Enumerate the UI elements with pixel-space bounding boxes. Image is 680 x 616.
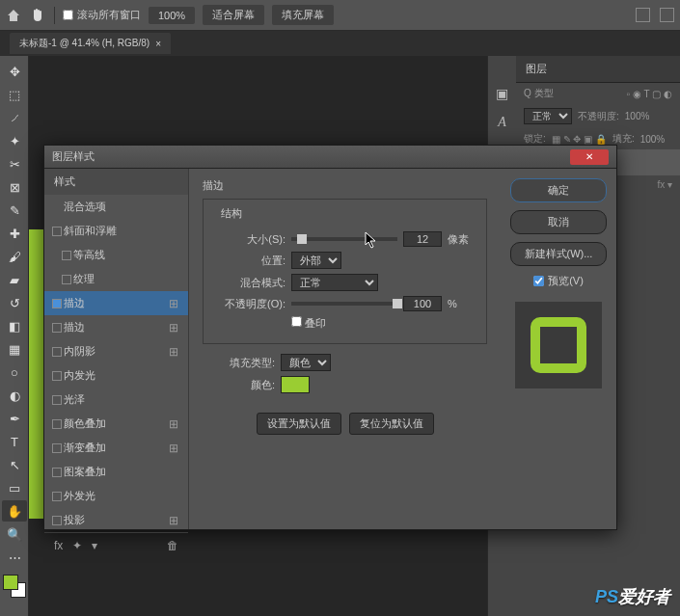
foreground-color[interactable]: [3, 575, 18, 590]
make-default-button[interactable]: 设置为默认值: [257, 413, 341, 435]
fill-value[interactable]: 100%: [640, 134, 666, 145]
style-item-描边[interactable]: 描边⊞: [44, 315, 188, 339]
zoom-tool[interactable]: 🔍: [2, 523, 27, 545]
style-item-图案叠加[interactable]: 图案叠加: [44, 460, 188, 484]
fill-type-select[interactable]: 颜色: [281, 354, 331, 371]
style-item-描边[interactable]: 描边⊞: [44, 291, 188, 315]
opacity-value[interactable]: 100%: [625, 111, 650, 121]
dialog-titlebar[interactable]: 图层样式 ✕: [44, 146, 616, 169]
frame-tool[interactable]: ⊠: [2, 176, 27, 198]
down-icon[interactable]: ▾: [92, 539, 97, 552]
style-checkbox[interactable]: [52, 395, 62, 405]
blending-options-item[interactable]: 混合选项: [44, 195, 188, 219]
tab-title: 未标题-1 @ 41.4% (H, RGB/8): [19, 37, 150, 50]
blend-mode-select[interactable]: 正常: [524, 108, 572, 124]
home-icon[interactable]: [6, 8, 21, 23]
add-icon[interactable]: ✦: [72, 539, 82, 552]
style-checkbox[interactable]: [52, 371, 62, 381]
trash-icon[interactable]: 🗑: [167, 539, 178, 552]
style-checkbox[interactable]: [52, 468, 62, 477]
color-swatch[interactable]: [281, 376, 310, 393]
hand-tool[interactable]: ✋: [2, 500, 27, 522]
heal-tool[interactable]: ✚: [2, 223, 27, 244]
style-checkbox[interactable]: [52, 492, 62, 501]
plus-icon[interactable]: ⊞: [169, 321, 178, 335]
stamp-tool[interactable]: ▰: [2, 269, 27, 290]
crop-tool[interactable]: ✂: [2, 153, 27, 174]
reset-default-button[interactable]: 复位为默认值: [349, 413, 434, 435]
document-tab[interactable]: 未标题-1 @ 41.4% (H, RGB/8) ×: [10, 33, 171, 54]
overprint-checkbox[interactable]: 叠印: [291, 316, 326, 331]
edit-toolbar[interactable]: ⋯: [2, 547, 27, 568]
filter-icons[interactable]: ▫ ◉ T ▢ ◐: [627, 89, 672, 99]
styles-header: 样式: [44, 169, 188, 195]
style-item-投影[interactable]: 投影⊞: [44, 508, 188, 532]
style-item-等高线[interactable]: 等高线: [44, 243, 188, 267]
style-checkbox[interactable]: [62, 251, 71, 260]
plus-icon[interactable]: ⊞: [169, 345, 178, 359]
close-button[interactable]: ✕: [570, 149, 609, 165]
eraser-tool[interactable]: ◧: [2, 315, 27, 336]
lock-icons[interactable]: ▦ ✎ ✥ ▣ 🔒: [552, 134, 607, 145]
path-tool[interactable]: ↖: [2, 454, 27, 475]
style-item-内发光[interactable]: 内发光: [44, 363, 188, 388]
brush-tool[interactable]: 🖌: [2, 246, 27, 267]
close-icon[interactable]: ×: [155, 39, 161, 49]
shape-tool[interactable]: ▭: [2, 477, 27, 498]
style-checkbox[interactable]: [52, 516, 62, 525]
ok-button[interactable]: 确定: [510, 178, 607, 202]
style-item-外发光[interactable]: 外发光: [44, 484, 188, 508]
watermark-text: 爱好者: [618, 587, 670, 606]
style-checkbox[interactable]: [52, 347, 62, 357]
opacity-slider[interactable]: [291, 302, 397, 306]
zoom-level[interactable]: 100%: [149, 7, 195, 24]
scroll-all-checkbox[interactable]: 滚动所有窗口: [63, 8, 141, 22]
lasso-tool[interactable]: ⟋: [2, 107, 27, 128]
blend-mode-select[interactable]: 正常: [291, 274, 378, 291]
size-label: 大小(S):: [213, 232, 286, 247]
history-icon[interactable]: ▣: [494, 85, 511, 102]
preview-checkbox[interactable]: 预览(V): [533, 274, 584, 288]
position-select[interactable]: 外部: [291, 252, 341, 269]
move-tool[interactable]: ✥: [2, 61, 27, 82]
style-checkbox[interactable]: [52, 299, 62, 308]
cancel-button[interactable]: 取消: [510, 210, 607, 234]
plus-icon[interactable]: ⊞: [169, 442, 178, 455]
style-item-内阴影[interactable]: 内阴影⊞: [44, 339, 188, 363]
eyedropper-tool[interactable]: ✎: [2, 200, 27, 221]
style-checkbox[interactable]: [52, 443, 62, 453]
gradient-tool[interactable]: ▦: [2, 338, 27, 360]
color-swatches[interactable]: [3, 575, 26, 598]
type-tool[interactable]: T: [2, 431, 27, 452]
marquee-tool[interactable]: ⬚: [2, 84, 27, 105]
frame-icon[interactable]: [660, 8, 674, 22]
layout-icon[interactable]: [636, 8, 650, 22]
kind-filter[interactable]: Q 类型: [524, 87, 554, 100]
style-checkbox[interactable]: [52, 419, 62, 429]
size-slider[interactable]: [291, 237, 397, 241]
blur-tool[interactable]: ○: [2, 362, 27, 383]
style-item-光泽[interactable]: 光泽: [44, 388, 188, 412]
pen-tool[interactable]: ✒: [2, 408, 27, 429]
plus-icon[interactable]: ⊞: [169, 297, 178, 310]
dodge-tool[interactable]: ◐: [2, 385, 27, 406]
style-item-渐变叠加[interactable]: 渐变叠加⊞: [44, 436, 188, 460]
style-checkbox[interactable]: [52, 323, 62, 333]
opacity-value[interactable]: 100: [403, 296, 442, 311]
fill-screen-button[interactable]: 填充屏幕: [272, 5, 334, 25]
new-style-button[interactable]: 新建样式(W)...: [510, 242, 607, 266]
layers-tab[interactable]: 图层: [516, 56, 680, 83]
style-item-纹理[interactable]: 纹理: [44, 267, 188, 291]
size-value[interactable]: 12: [403, 231, 442, 247]
style-checkbox[interactable]: [62, 275, 71, 284]
style-item-颜色叠加[interactable]: 颜色叠加⊞: [44, 412, 188, 436]
character-icon[interactable]: A: [494, 114, 511, 131]
plus-icon[interactable]: ⊞: [169, 514, 178, 527]
wand-tool[interactable]: ✦: [2, 130, 27, 151]
style-checkbox[interactable]: [52, 227, 62, 236]
history-brush-tool[interactable]: ↺: [2, 292, 27, 313]
fx-icon[interactable]: fx: [54, 539, 63, 552]
fit-screen-button[interactable]: 适合屏幕: [203, 5, 264, 25]
style-item-斜面和浮雕[interactable]: 斜面和浮雕: [44, 219, 188, 243]
plus-icon[interactable]: ⊞: [169, 417, 178, 431]
